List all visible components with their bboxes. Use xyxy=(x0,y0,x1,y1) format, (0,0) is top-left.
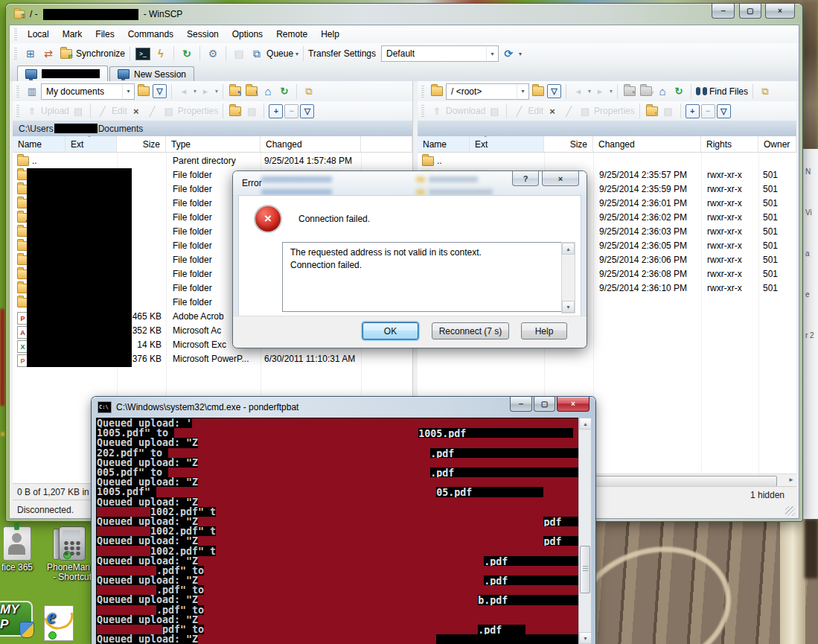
error-dialog-title: Error xyxy=(242,178,262,188)
new-folder-icon[interactable]: ✶ xyxy=(645,103,659,118)
open-directory-icon[interactable] xyxy=(136,84,151,99)
filter-icon[interactable]: ▽ xyxy=(153,84,167,98)
desktop-icon-internet-explorer[interactable]: e xyxy=(30,605,88,643)
tree-icon[interactable]: ⧉ xyxy=(758,84,773,99)
filter-icon[interactable]: ▽ xyxy=(300,104,314,118)
menu-item-files[interactable]: Files xyxy=(89,27,121,42)
column-header-rights[interactable]: Rights xyxy=(701,136,758,153)
column-header-owner[interactable]: Owner xyxy=(758,136,796,153)
file-name-redaction xyxy=(27,296,132,310)
office365-icon xyxy=(3,526,31,561)
error-detail-box[interactable]: The requested address is not valid in it… xyxy=(282,242,575,312)
queue-icon[interactable]: ⧉ xyxy=(249,45,265,62)
console-icon[interactable]: >_ xyxy=(135,45,151,62)
cmd-titlebar[interactable]: C:\ C:\Windows\system32\cmd.exe - ponder… xyxy=(92,397,595,418)
toggle-panels-icon[interactable]: ⊞ xyxy=(22,45,39,62)
transfer-settings-combobox[interactable]: Default ▾ xyxy=(381,45,499,62)
column-header-changed[interactable]: Changed xyxy=(593,136,701,153)
file-type: File folder xyxy=(173,255,212,265)
column-header-type[interactable]: Type xyxy=(166,136,261,153)
expand-icon[interactable]: + xyxy=(269,104,283,118)
ok-button[interactable]: OK xyxy=(362,322,418,339)
menu-item-commands[interactable]: Commands xyxy=(121,27,180,42)
open-directory-icon[interactable] xyxy=(531,84,546,99)
menu-item-mark[interactable]: Mark xyxy=(56,27,89,42)
winscp-titlebar[interactable]: ⚿ / - - WinSCP ‒ ▢ × xyxy=(6,4,802,25)
home-directory-icon[interactable]: ⌂ xyxy=(655,84,670,99)
remote-path-bar[interactable] xyxy=(418,121,796,137)
local-directory-combobox[interactable]: My documents ▾ xyxy=(41,83,135,100)
menu-item-local[interactable]: Local xyxy=(21,27,56,42)
transfer-settings-label: Transfer Settings xyxy=(308,48,376,59)
minimize-button[interactable]: ‒ xyxy=(510,397,532,412)
column-header-name[interactable]: Name xyxy=(418,136,470,153)
local-path-bar[interactable]: C:\Users Documents xyxy=(13,121,412,137)
column-header-ext[interactable]: Ext ˆ xyxy=(470,136,544,153)
refresh-icon[interactable]: ↻ xyxy=(179,45,195,62)
parent-directory-icon[interactable]: ↰ xyxy=(228,84,243,99)
reconnect-button[interactable]: Reconnect (7 s) xyxy=(432,322,509,339)
error-dialog-titlebar[interactable]: Error ? × xyxy=(233,171,587,195)
console-filename-segment: 1005.pdf xyxy=(418,428,573,438)
preferences-gear-icon[interactable]: ⚙ xyxy=(205,45,221,62)
maximize-button[interactable]: ▢ xyxy=(534,397,555,412)
column-header-changed[interactable]: Changed xyxy=(261,136,361,153)
column-header-name[interactable]: Name xyxy=(13,136,65,153)
table-row[interactable]: ↑.. xyxy=(418,154,796,168)
custom-commands-icon[interactable]: ϟ xyxy=(153,45,169,62)
help-button[interactable]: Help xyxy=(521,322,567,339)
scrollbar-thumb[interactable] xyxy=(580,546,590,593)
queue-dropdown-icon[interactable]: ▾ xyxy=(295,51,298,57)
chevron-down-icon[interactable]: ▾ xyxy=(519,51,522,57)
remote-directory-combobox[interactable]: / <root> ▾ xyxy=(446,83,529,100)
help-titlebar-button[interactable]: ? xyxy=(512,171,539,186)
file-type: Microsoft PowerP... xyxy=(173,354,249,364)
file-name-redaction xyxy=(27,197,132,211)
tree-icon[interactable]: ⧉ xyxy=(301,84,316,99)
column-header-size[interactable]: Size xyxy=(117,136,166,153)
synchronize-icon[interactable]: ⇄ xyxy=(58,45,74,62)
redaction-overlay xyxy=(97,625,162,634)
root-directory-icon[interactable]: ∖ xyxy=(244,84,259,99)
delete-icon[interactable]: × xyxy=(545,103,560,118)
menu-item-help[interactable]: Help xyxy=(314,27,346,42)
refresh-icon[interactable]: ↻ xyxy=(277,84,292,99)
file-rights: rwxr-xr-x xyxy=(707,269,742,279)
column-header-ext[interactable]: Ext ˆ xyxy=(65,136,117,153)
resize-grip[interactable] xyxy=(785,506,795,516)
file-name-redaction xyxy=(27,239,132,254)
refresh-icon[interactable]: ↻ xyxy=(671,84,686,99)
menu-item-remote[interactable]: Remote xyxy=(269,27,314,42)
close-button[interactable]: × xyxy=(765,4,795,19)
edit-label: Edit xyxy=(528,106,543,116)
table-row[interactable]: ↑..Parent directory9/25/2014 1:57:48 PM xyxy=(13,154,412,168)
home-directory-icon[interactable]: ⌂ xyxy=(261,84,275,99)
synchronize-label[interactable]: Synchronize xyxy=(76,48,125,59)
new-session-tab[interactable]: New Session xyxy=(109,66,194,81)
synchronize-browsing-icon[interactable]: ⟳ xyxy=(500,45,517,62)
desktop-red-icon-fragment xyxy=(0,309,4,406)
desktop-icon-office365[interactable]: fice 365 xyxy=(0,526,46,573)
queue-label[interactable]: Queue xyxy=(266,48,293,59)
session-tab-active[interactable] xyxy=(17,66,108,81)
find-files-label[interactable]: Find Files xyxy=(709,86,748,97)
close-icon[interactable]: × xyxy=(542,171,579,186)
expand-icon[interactable]: + xyxy=(686,104,700,118)
minimize-button[interactable]: ‒ xyxy=(712,4,735,19)
transfer-mode-icon[interactable]: ⇄ xyxy=(40,45,57,62)
close-button[interactable]: × xyxy=(557,397,589,412)
column-header-size[interactable]: Size xyxy=(544,136,593,153)
console-scrollbar[interactable]: ▲ ▼ xyxy=(578,418,591,644)
filter-icon[interactable]: ▽ xyxy=(717,104,731,118)
new-folder-icon[interactable]: ✶ xyxy=(228,103,243,118)
find-files-icon[interactable] xyxy=(696,87,708,95)
menu-item-options[interactable]: Options xyxy=(226,27,269,42)
file-rights: rwxr-xr-x xyxy=(707,170,742,180)
table-row[interactable]: P376 KBMicrosoft PowerP...6/30/2011 11:1… xyxy=(13,352,412,366)
filter-icon[interactable]: ▽ xyxy=(547,84,561,98)
redaction-overlay xyxy=(198,517,543,526)
detail-scrollbar[interactable]: ▲ ▼ xyxy=(561,242,575,313)
delete-icon[interactable]: × xyxy=(129,103,144,118)
menu-item-session[interactable]: Session xyxy=(180,27,226,42)
maximize-button[interactable]: ▢ xyxy=(739,4,761,19)
